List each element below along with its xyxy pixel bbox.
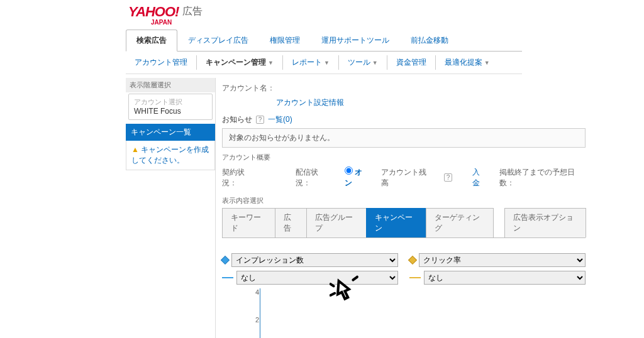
logo-brand: YAHOO!	[128, 4, 179, 20]
main-panel: アカウント名： アカウント設定情報 お知らせ ? 一覧(0) 対象のお知らせがあ…	[215, 78, 586, 338]
overview-label: アカウント概要	[222, 153, 586, 162]
cursor-pointer-annotation	[330, 271, 362, 308]
series-line-icon	[222, 277, 233, 278]
tab-keyword[interactable]: キーワード	[222, 208, 275, 237]
help-icon[interactable]: ?	[256, 116, 264, 124]
series-line-icon	[409, 277, 421, 278]
chevron-down-icon: ▼	[324, 60, 330, 66]
logo-block: YAHOO! 広告	[126, 4, 522, 20]
subtab-funds[interactable]: 資金管理	[387, 55, 436, 70]
y-tick: 2	[252, 316, 259, 324]
tab-support-tool[interactable]: 運用サポートツール	[311, 30, 400, 51]
account-name-label: アカウント名：	[222, 83, 275, 94]
chevron-down-icon: ▼	[484, 60, 490, 66]
sidebar: 表示階層選択 アカウント選択 WHITE Focus キャンペーン一覧 ▲キャン…	[126, 78, 215, 338]
tab-campaign[interactable]: キャンペーン	[366, 208, 426, 237]
logo-sub: JAPAN	[151, 19, 522, 26]
subtab-optimize[interactable]: 最適化提案▼	[436, 55, 499, 70]
help-icon[interactable]: ?	[444, 173, 452, 182]
tab-ad[interactable]: 広告	[275, 208, 307, 237]
metric-select-2[interactable]: なし	[236, 271, 398, 285]
delivery-label: 配信状況：	[296, 167, 331, 188]
tab-display-ads[interactable]: ディスプレイ広告	[177, 30, 259, 51]
primary-tabs: 検索広告 ディスプレイ広告 権限管理 運用サポートツール 前払金移動	[126, 30, 522, 52]
series-marker-icon	[408, 256, 417, 264]
y-tick: 4	[252, 288, 259, 296]
campaign-create-prompt[interactable]: ▲キャンペーンを作成してください。	[126, 141, 215, 170]
campaign-list-header[interactable]: キャンペーン一覧	[126, 124, 215, 141]
subtab-tool[interactable]: ツール▼	[339, 55, 387, 70]
content-tabs: キーワード 広告 広告グループ キャンペーン ターゲティング 広告表示オプション	[222, 208, 586, 238]
chevron-down-icon: ▼	[372, 60, 378, 66]
tab-search-ads[interactable]: 検索広告	[126, 30, 177, 52]
notice-empty-box: 対象のお知らせがありません。	[222, 128, 586, 148]
chevron-down-icon: ▼	[268, 60, 274, 66]
metrics-chart: 4 2 0 水	[260, 288, 586, 338]
contract-label: 契約状況：	[222, 167, 258, 188]
delivery-radio-on[interactable]	[345, 166, 353, 175]
days-remaining-label: 掲載終了までの予想日数：	[499, 167, 586, 188]
subtab-account[interactable]: アカウント管理	[126, 55, 197, 70]
account-selector[interactable]: アカウント選択 WHITE Focus	[128, 94, 213, 120]
logo-suffix: 広告	[182, 5, 203, 18]
chart-metric-selectors: インプレッション数 クリック率	[222, 253, 586, 267]
tab-prepay[interactable]: 前払金移動	[400, 30, 459, 51]
account-select-value: WHITE Focus	[129, 107, 212, 119]
svg-line-2	[353, 277, 357, 280]
content-select-label: 表示内容選択	[222, 196, 586, 205]
tab-adgroup[interactable]: 広告グループ	[306, 208, 367, 237]
series-marker-icon	[221, 256, 230, 264]
svg-line-1	[331, 293, 335, 295]
metric-select-1[interactable]: インプレッション数	[231, 253, 398, 267]
subtab-campaign[interactable]: キャンペーン管理▼	[197, 55, 283, 70]
balance-label: アカウント残高	[381, 167, 431, 188]
tab-permissions[interactable]: 権限管理	[259, 30, 311, 51]
notice-label: お知らせ	[222, 114, 252, 125]
account-select-label: アカウント選択	[129, 94, 212, 107]
metric-select-3[interactable]: クリック率	[419, 253, 586, 267]
sidebar-hier-header: 表示階層選択	[126, 78, 215, 92]
warning-icon: ▲	[131, 145, 139, 154]
metric-select-4[interactable]: なし	[424, 271, 586, 285]
secondary-tabs: アカウント管理 キャンペーン管理▼ レポート▼ ツール▼ 資金管理 最適化提案▼	[126, 52, 522, 74]
tab-targeting[interactable]: ターゲティング	[426, 208, 494, 237]
deposit-link[interactable]: 入金	[472, 167, 487, 188]
subtab-report[interactable]: レポート▼	[283, 55, 339, 70]
tab-ad-options[interactable]: 広告表示オプション	[504, 208, 586, 237]
account-settings-link[interactable]: アカウント設定情報	[276, 98, 344, 107]
svg-line-0	[331, 284, 334, 286]
notice-list-link[interactable]: 一覧(0)	[268, 114, 292, 125]
